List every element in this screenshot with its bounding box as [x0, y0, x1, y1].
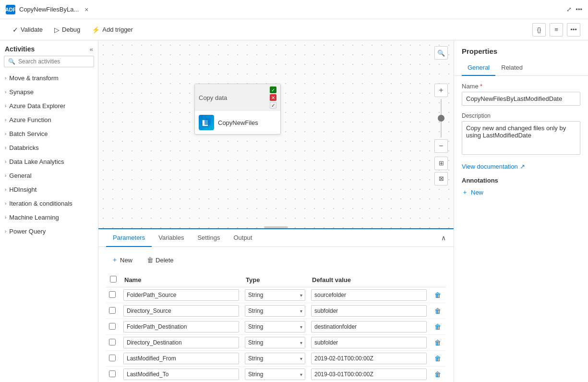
description-textarea[interactable]	[462, 121, 580, 155]
props-tab-general[interactable]: General	[462, 60, 495, 76]
sidebar-item-hdinsight[interactable]: ›HDInsight	[0, 183, 98, 197]
fit-screen-btn[interactable]: ⊞	[434, 157, 448, 170]
row-checkbox-4[interactable]	[109, 355, 116, 361]
name-required: *	[480, 83, 482, 90]
param-name-input-3[interactable]	[123, 337, 239, 348]
chevron-icon: ›	[5, 229, 6, 234]
param-name-input-4[interactable]	[123, 353, 239, 364]
sidebar-title: Activities	[5, 45, 35, 53]
status-outline: ✓	[270, 102, 276, 109]
sidebar-collapse-icons[interactable]: «	[90, 46, 93, 53]
add-trigger-button[interactable]: ⚡ Add trigger	[87, 24, 138, 36]
sidebar-item-data-lake-analytics[interactable]: ›Data Lake Analytics	[0, 155, 98, 169]
activity-card[interactable]: Copy data ✓ ✕ ✓ CopyNewFiles	[194, 84, 281, 135]
chevron-icon: ›	[5, 117, 6, 123]
bottom-tab-output[interactable]: Output	[227, 229, 259, 247]
expand-icon[interactable]: ⤢	[566, 6, 572, 13]
name-input[interactable]	[462, 92, 580, 106]
param-type-select-1[interactable]: StringBoolIntFloatObjectArraySecureStrin…	[245, 305, 305, 317]
bottom-tab-variables[interactable]: Variables	[152, 229, 191, 247]
param-default-input-0[interactable]	[311, 289, 427, 301]
sidebar-item-azure-data-explorer[interactable]: ›Azure Data Explorer	[0, 99, 98, 113]
activity-icon	[199, 115, 214, 130]
sidebar-item-batch-service[interactable]: ›Batch Service	[0, 127, 98, 141]
center-panel: 🔍 Copy data ✓ ✕ ✓	[98, 40, 454, 382]
validate-button[interactable]: ✓ Validate	[8, 24, 48, 36]
sidebar-item-synapse[interactable]: ›Synapse	[0, 85, 98, 99]
props-tab-related[interactable]: Related	[495, 60, 528, 76]
view-documentation-link[interactable]: View documentation ↗	[462, 163, 580, 170]
tab-close[interactable]: ×	[84, 6, 88, 13]
canvas-slider[interactable]	[441, 99, 442, 137]
search-input[interactable]	[18, 58, 90, 65]
delete-row-btn-4[interactable]: 🗑	[432, 354, 443, 363]
add-trigger-label: Add trigger	[102, 26, 133, 33]
delete-param-button[interactable]: 🗑 Delete	[142, 253, 179, 267]
table-row: StringBoolIntFloatObjectArraySecureStrin…	[106, 287, 446, 303]
param-type-select-4[interactable]: StringBoolIntFloatObjectArraySecureStrin…	[245, 353, 305, 364]
collapse-bottom-panel[interactable]: ∧	[441, 234, 446, 242]
more-icon[interactable]: •••	[576, 6, 582, 13]
sidebar-item-machine-learning[interactable]: ›Machine Learning	[0, 210, 98, 224]
new-annotation-label: New	[471, 189, 483, 196]
param-default-input-2[interactable]	[311, 321, 427, 333]
delete-row-btn-2[interactable]: 🗑	[432, 322, 443, 332]
param-type-select-3[interactable]: StringBoolIntFloatObjectArraySecureStrin…	[245, 337, 305, 348]
sidebar-item-general[interactable]: ›General	[0, 169, 98, 183]
param-default-input-4[interactable]	[311, 353, 427, 364]
app-icon: ADF	[6, 5, 15, 14]
param-name-input-2[interactable]	[123, 321, 239, 333]
row-checkbox-1[interactable]	[109, 307, 116, 314]
delete-row-btn-3[interactable]: 🗑	[432, 338, 443, 347]
sidebar: Activities « 🔍 ›Move & transform›Synapse…	[0, 40, 98, 382]
param-type-select-5[interactable]: StringBoolIntFloatObjectArraySecureStrin…	[245, 369, 305, 380]
param-name-input-0[interactable]	[123, 289, 239, 301]
debug-button[interactable]: ▷ Debug	[49, 24, 85, 36]
col-default: Default value	[308, 273, 430, 287]
param-name-input-1[interactable]	[123, 305, 239, 317]
more-options-btn[interactable]: •••	[567, 23, 580, 37]
search-box[interactable]: 🔍	[4, 56, 94, 67]
delete-row-btn-1[interactable]: 🗑	[432, 306, 443, 316]
delete-row-btn-5[interactable]: 🗑	[432, 370, 443, 379]
sidebar-collapse-icon[interactable]: «	[90, 46, 93, 53]
param-type-select-wrap-5: StringBoolIntFloatObjectArraySecureStrin…	[245, 369, 305, 380]
new-param-icon: ＋	[111, 256, 118, 264]
sidebar-item-databricks[interactable]: ›Databricks	[0, 141, 98, 155]
row-checkbox-0[interactable]	[109, 291, 116, 298]
row-checkbox-2[interactable]	[109, 323, 116, 330]
sidebar-item-iteration-conditionals[interactable]: ›Iteration & conditionals	[0, 197, 98, 210]
sidebar-item-move-transform[interactable]: ›Move & transform	[0, 71, 98, 85]
zoom-in-btn[interactable]: +	[434, 84, 448, 97]
param-type-select-0[interactable]: StringBoolIntFloatObjectArraySecureStrin…	[245, 289, 305, 301]
new-param-button[interactable]: ＋ New	[106, 253, 138, 267]
debug-icon: ▷	[54, 26, 60, 34]
sidebar-item-label: Synapse	[9, 88, 34, 96]
select-all-checkbox[interactable]	[110, 276, 117, 283]
panel-resize-handle[interactable]	[264, 226, 288, 228]
param-default-input-3[interactable]	[311, 337, 427, 348]
param-type-select-wrap-3: StringBoolIntFloatObjectArraySecureStrin…	[245, 337, 305, 348]
param-default-input-5[interactable]	[311, 369, 427, 380]
sidebar-item-power-query[interactable]: ›Power Query	[0, 224, 98, 238]
canvas[interactable]: 🔍 Copy data ✓ ✕ ✓	[98, 40, 454, 228]
sidebar-header: Activities «	[0, 40, 98, 56]
code-icon-btn[interactable]: {}	[532, 23, 546, 37]
fit-all-btn[interactable]: ⊠	[434, 172, 448, 185]
bottom-tab-settings[interactable]: Settings	[191, 229, 227, 247]
new-annotation-button[interactable]: ＋ New	[462, 188, 483, 197]
svg-rect-1	[204, 118, 211, 125]
param-default-input-1[interactable]	[311, 305, 427, 317]
row-checkbox-5[interactable]	[109, 370, 116, 377]
sidebar-item-label: Batch Service	[9, 130, 48, 137]
sidebar-items-container: ›Move & transform›Synapse›Azure Data Exp…	[0, 71, 98, 238]
pipeline-icon-btn[interactable]: ≡	[550, 23, 563, 37]
zoom-out-btn[interactable]: −	[434, 139, 448, 153]
delete-row-btn-0[interactable]: 🗑	[432, 290, 443, 300]
canvas-search-btn[interactable]: 🔍	[434, 46, 448, 60]
bottom-tab-parameters[interactable]: Parameters	[106, 229, 152, 247]
param-type-select-2[interactable]: StringBoolIntFloatObjectArraySecureStrin…	[245, 321, 305, 333]
sidebar-item-azure-function[interactable]: ›Azure Function	[0, 113, 98, 127]
row-checkbox-3[interactable]	[109, 339, 116, 345]
param-name-input-5[interactable]	[123, 369, 239, 380]
